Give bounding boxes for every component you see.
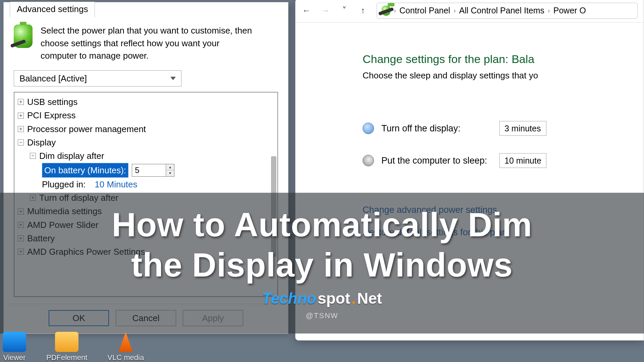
spin-buttons: ▲ ▼ — [166, 164, 174, 176]
row-sleep: Put the computer to sleep: 10 minute — [363, 153, 644, 168]
moon-icon — [363, 155, 374, 166]
overlay-line-2: the Display in Windows — [131, 246, 513, 283]
shortcut-label: VLC media — [107, 353, 144, 362]
up-icon[interactable]: ↑ — [358, 6, 368, 16]
expand-icon[interactable]: + — [18, 126, 24, 132]
chevron-right-icon: › — [453, 7, 456, 14]
brand-part: . — [352, 289, 356, 307]
tree-item-on-battery[interactable]: On battery (Minutes): ▲ ▼ — [18, 163, 275, 178]
on-battery-input[interactable] — [132, 164, 166, 176]
chevron-right-icon: › — [548, 7, 550, 14]
app-icon — [3, 332, 26, 352]
spin-up-icon[interactable]: ▲ — [166, 164, 174, 171]
plugged-in-label: Plugged in: — [42, 178, 86, 191]
collapse-icon[interactable]: − — [30, 153, 36, 159]
brand-part: Net — [357, 289, 382, 307]
tree-item-usb[interactable]: +USB settings — [18, 95, 275, 109]
breadcrumb[interactable]: Power O — [553, 6, 586, 15]
chevron-down-icon — [170, 77, 176, 80]
battery-icon — [14, 24, 33, 48]
collapse-icon[interactable]: − — [18, 139, 24, 145]
tree-item-dim-display[interactable]: −Dim display after — [18, 149, 275, 163]
tab-advanced-settings[interactable]: Advanced settings — [10, 2, 95, 17]
sleep-dropdown[interactable]: 10 minute — [499, 153, 546, 168]
folder-icon — [55, 332, 78, 352]
title-overlay: How to Automatically Dim the Display in … — [0, 193, 644, 334]
chevron-right-icon: › — [394, 7, 396, 14]
forward-icon[interactable]: → — [320, 6, 330, 16]
desktop-shortcut[interactable]: VLC media — [107, 332, 144, 362]
desktop-icons: Viewer PDFelement VLC media — [0, 332, 144, 362]
brand-part: spot — [318, 289, 350, 307]
intro-text: Select the power plan that you want to c… — [41, 24, 255, 62]
tree-item-pci[interactable]: +PCI Express — [18, 109, 275, 122]
on-battery-label: On battery (Minutes): — [42, 163, 128, 178]
breadcrumb[interactable]: All Control Panel Items — [459, 6, 544, 15]
desktop-shortcut[interactable]: Viewer — [3, 332, 26, 362]
expand-icon[interactable]: + — [18, 99, 24, 105]
row-turn-off-display: Turn off the display: 3 minutes — [363, 121, 644, 136]
turn-off-display-label: Turn off the display: — [381, 123, 492, 134]
spin-down-icon[interactable]: ▼ — [166, 170, 174, 176]
overlay-line-1: How to Automatically Dim — [112, 206, 532, 243]
brand-part: Techno — [262, 289, 316, 307]
back-icon[interactable]: ← — [302, 6, 312, 16]
on-battery-spinbox[interactable]: ▲ ▼ — [132, 164, 174, 177]
nav-bar: ← → ˅ ↑ › Control Panel › All Control Pa… — [296, 0, 644, 22]
battery-icon — [382, 6, 390, 16]
shortcut-label: Viewer — [3, 353, 26, 362]
plan-settings-table: Turn off the display: 3 minutes Put the … — [363, 121, 644, 168]
turn-off-display-dropdown[interactable]: 3 minutes — [499, 121, 546, 136]
brand-logo: Techno spot . Net — [262, 289, 382, 307]
location-bar[interactable]: › Control Panel › All Control Panel Item… — [377, 3, 638, 19]
power-plan-dropdown[interactable]: Balanced [Active] — [14, 70, 181, 86]
vlc-icon — [114, 332, 138, 352]
tree-item-display[interactable]: −Display — [18, 136, 275, 149]
shortcut-label: PDFelement — [46, 353, 87, 362]
desktop-shortcut[interactable]: PDFelement — [46, 332, 87, 362]
monitor-icon — [363, 123, 374, 134]
expand-icon[interactable]: + — [18, 113, 24, 119]
tree-item-plugged-in[interactable]: Plugged in: 10 Minutes — [18, 178, 275, 191]
chevron-down-icon[interactable]: ˅ — [339, 6, 349, 16]
power-plan-value: Balanced [Active] — [19, 73, 87, 84]
tree-item-processor[interactable]: +Processor power management — [18, 122, 275, 136]
page-subtitle: Choose the sleep and display settings th… — [363, 70, 644, 81]
sleep-label: Put the computer to sleep: — [381, 156, 492, 166]
breadcrumb[interactable]: Control Panel — [399, 6, 450, 15]
brand-handle: @TSNW — [306, 311, 338, 320]
intro-row: Select the power plan that you want to c… — [14, 24, 278, 62]
plugged-in-value[interactable]: 10 Minutes — [95, 178, 137, 191]
page-title: Change settings for the plan: Bala — [363, 53, 644, 66]
